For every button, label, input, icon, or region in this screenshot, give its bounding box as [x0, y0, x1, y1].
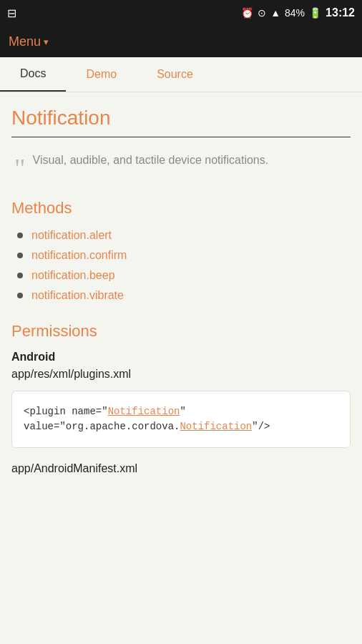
status-right: ⏰ ⊙ ▲ 84% 🔋 13:12	[241, 6, 355, 19]
bullet-icon	[17, 293, 23, 298]
code-block-plugin: <plugin name="Notification" value="org.a…	[11, 391, 351, 448]
main-content: Notification " Visual, audible, and tact…	[0, 92, 362, 494]
wifi-icon: ⊙	[258, 7, 266, 19]
code-link-notification-value[interactable]: Notification	[180, 421, 252, 432]
title-divider	[11, 137, 351, 137]
method-link-alert[interactable]: notification.alert	[31, 229, 112, 242]
tab-docs[interactable]: Docs	[0, 57, 66, 92]
menu-button[interactable]: Menu ▾	[9, 34, 49, 49]
top-bar: Menu ▾	[0, 26, 362, 57]
tab-demo[interactable]: Demo	[66, 57, 137, 92]
list-item: notification.alert	[17, 229, 351, 242]
bullet-icon	[17, 253, 23, 258]
methods-list: notification.alert notification.confirm …	[11, 229, 351, 302]
bullet-icon	[17, 273, 23, 278]
menu-label: Menu	[9, 34, 41, 49]
quote-mark-icon: "	[14, 155, 26, 182]
plugins-xml-path: app/res/xml/plugins.xml	[11, 368, 351, 381]
signal-icon: ▲	[270, 7, 280, 19]
time-display: 13:12	[326, 6, 355, 19]
alarm-icon: ⏰	[241, 7, 253, 19]
quote-text: Visual, audible, and tactile device noti…	[33, 152, 269, 169]
bullet-icon	[17, 233, 23, 238]
battery-icon: 🔋	[309, 7, 321, 19]
page-title: Notification	[11, 107, 351, 130]
menu-arrow-icon: ▾	[44, 36, 49, 47]
status-left: ⊟	[7, 6, 16, 20]
list-item: notification.beep	[17, 269, 351, 282]
manifest-path: app/AndroidManifest.xml	[11, 462, 351, 475]
method-link-beep[interactable]: notification.beep	[31, 269, 115, 282]
list-item: notification.confirm	[17, 249, 351, 262]
quote-block: " Visual, audible, and tactile device no…	[11, 152, 351, 182]
android-label: Android	[11, 351, 351, 364]
tabs-bar: Docs Demo Source	[0, 57, 362, 92]
tab-source[interactable]: Source	[137, 57, 213, 92]
method-link-confirm[interactable]: notification.confirm	[31, 249, 127, 262]
methods-heading: Methods	[11, 199, 351, 218]
battery-text: 84%	[285, 7, 305, 19]
permissions-heading: Permissions	[11, 322, 351, 341]
window-icon: ⊟	[7, 6, 16, 20]
method-link-vibrate[interactable]: notification.vibrate	[31, 289, 124, 302]
code-link-notification[interactable]: Notification	[108, 406, 180, 417]
status-bar: ⊟ ⏰ ⊙ ▲ 84% 🔋 13:12	[0, 0, 362, 26]
list-item: notification.vibrate	[17, 289, 351, 302]
